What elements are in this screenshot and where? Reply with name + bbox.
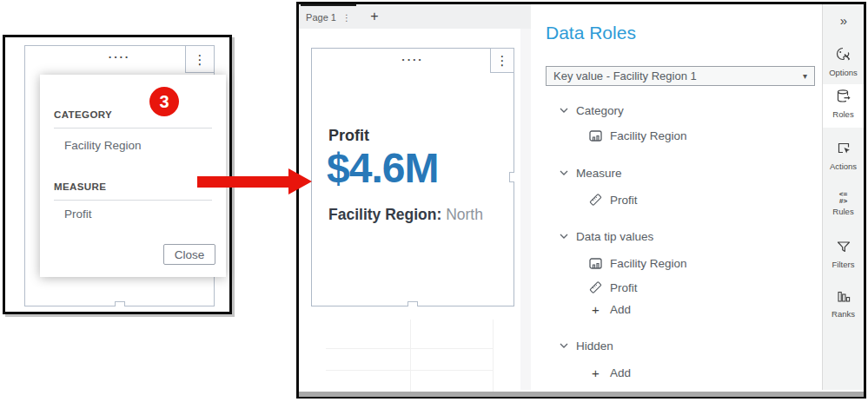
double-chevron-right-icon: » — [840, 13, 846, 28]
chevron-down-icon — [560, 170, 568, 176]
rail-item-options[interactable]: Options — [823, 42, 864, 77]
chevron-down-icon — [560, 234, 568, 240]
section-data-tip-values[interactable]: Data tip values — [560, 230, 653, 243]
chevron-down-icon — [560, 343, 568, 349]
role-item-facility-region[interactable]: Facility Region — [589, 257, 687, 270]
panel-title: Data Roles — [546, 23, 636, 43]
page-tab-strip: Page 1 ⋮ + — [299, 4, 531, 29]
right-icon-rail: » Options Roles — [822, 4, 864, 390]
section-category[interactable]: Category — [560, 104, 624, 117]
role-item-label: Facility Region — [610, 257, 687, 270]
object-menu-button[interactable]: ⋮ — [490, 48, 514, 73]
rail-item-filters[interactable]: Filters — [823, 235, 864, 269]
right-screenshot-fragment: Page 1 ⋮ + ···· ⋮ Profit $4.6M Facility … — [296, 2, 866, 399]
arrow-head-icon — [288, 168, 312, 194]
add-label: Add — [610, 303, 631, 316]
resize-handle-bottom[interactable] — [407, 301, 418, 306]
add-hidden-button[interactable]: + Add — [589, 366, 631, 379]
rail-item-label: Roles — [823, 109, 864, 119]
role-item-profit[interactable]: Profit — [589, 193, 638, 207]
screenshot-stage: ···· ⋮ 3 CATEGORY Facility Region MEASUR… — [0, 0, 868, 402]
category-section-label: CATEGORY — [54, 109, 112, 120]
kebab-icon: ⋮ — [194, 53, 207, 66]
section-label: Data tip values — [576, 230, 653, 243]
rules-operators-icon: <= #> — [823, 191, 864, 205]
tab-page-1[interactable]: Page 1 ⋮ — [301, 4, 356, 29]
vertical-scrollbar-track[interactable] — [520, 29, 531, 390]
measure-section-label: MEASURE — [54, 181, 106, 192]
close-button[interactable]: Close — [163, 244, 215, 265]
kebab-icon: ⋮ — [496, 54, 509, 67]
actions-cursor-icon — [836, 141, 851, 156]
rail-item-actions[interactable]: Actions — [823, 136, 864, 171]
object-selector-dropdown[interactable]: Key value - Facility Region 1 ▾ — [546, 66, 815, 86]
grid-line — [410, 320, 411, 395]
add-page-button[interactable]: + — [363, 4, 386, 29]
key-value-object[interactable]: ···· ⋮ Profit $4.6M Facility Region: Nor… — [311, 48, 514, 306]
role-item-profit[interactable]: Profit — [589, 280, 638, 294]
collapse-panel-button[interactable]: » — [823, 13, 864, 28]
add-label: Add — [610, 366, 631, 379]
rail-item-label: Filters — [823, 260, 864, 269]
grid-line — [326, 370, 493, 371]
grid-line — [326, 348, 493, 349]
rail-item-ranks[interactable]: Ranks — [823, 285, 864, 319]
kv-caption-label: Facility Region: — [328, 206, 441, 223]
kv-caption: Facility Region: North — [328, 206, 483, 224]
divider — [54, 128, 212, 129]
object-header: ···· ⋮ — [312, 49, 514, 76]
rail-item-roles[interactable]: Roles — [823, 84, 864, 128]
measure-icon — [589, 280, 602, 294]
section-hidden[interactable]: Hidden — [560, 339, 613, 353]
grid-line — [493, 320, 494, 395]
rail-item-label: Actions — [823, 161, 864, 171]
section-label: Category — [576, 104, 624, 117]
plus-icon: + — [589, 366, 602, 379]
caret-down-icon: ▾ — [803, 71, 814, 81]
measure-icon — [589, 193, 602, 207]
section-measure[interactable]: Measure — [560, 167, 622, 180]
options-palette-icon — [835, 46, 851, 63]
category-icon — [589, 130, 602, 142]
object-menu-button[interactable]: ⋮ — [185, 45, 215, 73]
resize-handle-right[interactable] — [509, 172, 514, 182]
measure-value: Profit — [64, 208, 92, 221]
arrow-shaft — [197, 176, 289, 188]
filters-funnel-icon — [836, 240, 851, 254]
horizontal-scrollbar[interactable] — [299, 392, 864, 397]
section-label: Hidden — [576, 339, 613, 353]
kv-measure-title: Profit — [328, 127, 369, 145]
section-label: Measure — [576, 167, 622, 180]
add-data-tip-value-button[interactable]: + Add — [589, 303, 631, 316]
left-screenshot-fragment: ···· ⋮ 3 CATEGORY Facility Region MEASUR… — [3, 35, 232, 314]
kv-caption-value: North — [446, 206, 483, 223]
plus-icon: + — [589, 303, 602, 316]
rail-item-label: Options — [823, 68, 864, 77]
ranks-bars-icon — [836, 289, 851, 304]
role-item-label: Profit — [610, 281, 638, 294]
step-badge: 3 — [149, 87, 179, 116]
page-tab-label: Page 1 — [306, 12, 336, 23]
rail-item-label: Ranks — [823, 309, 864, 319]
data-roles-panel: Data Roles Key value - Facility Region 1… — [531, 4, 822, 390]
resize-handle-bottom[interactable] — [115, 301, 125, 306]
divider — [54, 200, 212, 201]
kv-measure-value: $4.6M — [327, 144, 438, 192]
role-item-label: Profit — [610, 194, 638, 207]
rail-item-label: Rules — [823, 207, 864, 216]
object-selector-value: Key value - Facility Region 1 — [547, 69, 803, 82]
category-icon — [589, 258, 602, 269]
chevron-down-icon — [560, 108, 568, 114]
category-value: Facility Region — [64, 139, 142, 152]
roles-database-icon — [836, 89, 851, 104]
role-item-label: Facility Region — [610, 129, 687, 142]
object-header: ···· ⋮ — [25, 46, 214, 73]
role-item-facility-region[interactable]: Facility Region — [589, 129, 687, 142]
drag-handle-icon[interactable]: ···· — [312, 53, 514, 66]
plus-icon: + — [370, 9, 378, 24]
page-tab-menu-icon[interactable]: ⋮ — [342, 13, 351, 23]
rail-item-rules[interactable]: <= #> Rules — [823, 187, 864, 216]
